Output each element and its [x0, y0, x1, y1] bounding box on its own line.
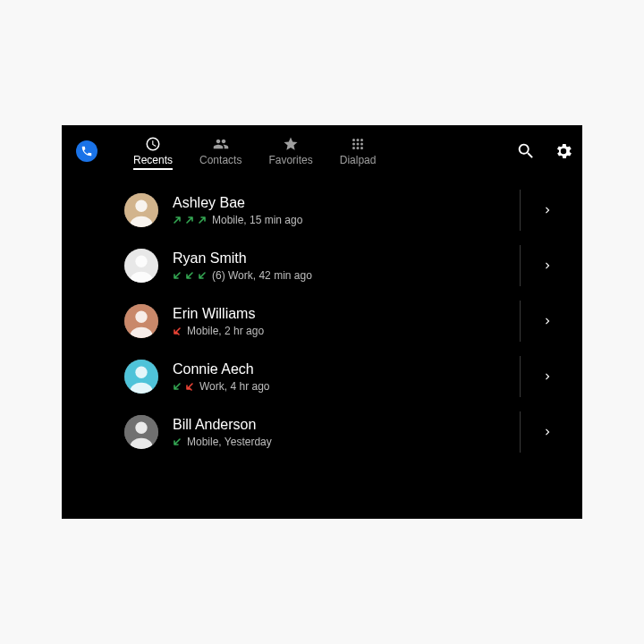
chevron-right-icon: [541, 204, 554, 216]
contact-name: Bill Anderson: [173, 417, 520, 433]
call-detail: Mobile, Yesterday: [187, 436, 272, 448]
call-row[interactable]: Ryan Smith(6) Work, 42 min ago: [124, 238, 582, 293]
outgoing-call-icon: [198, 216, 207, 225]
tab-label: Favorites: [268, 154, 312, 166]
tab-contacts[interactable]: Contacts: [199, 136, 242, 166]
tab-recents[interactable]: Recents: [133, 136, 173, 170]
incoming-call-icon: [173, 437, 182, 446]
outgoing-call-icon: [185, 216, 194, 225]
call-detail-button[interactable]: [520, 301, 573, 342]
avatar: [124, 360, 158, 394]
svg-point-5: [360, 143, 363, 146]
call-detail: (6) Work, 42 min ago: [212, 269, 312, 282]
tab-favorites[interactable]: Favorites: [268, 136, 312, 166]
contact-name: Erin Williams: [173, 306, 520, 322]
outgoing-call-icon: [173, 216, 182, 225]
call-detail-button[interactable]: [520, 411, 573, 453]
tab-label: Contacts: [199, 154, 242, 166]
top-bar: Recents Contacts Favorites Dialpad: [62, 125, 582, 177]
incoming-call-icon: [173, 271, 182, 280]
call-row[interactable]: Bill AndersonMobile, Yesterday: [124, 404, 582, 460]
call-info: Ashley BaeMobile, 15 min ago: [173, 195, 520, 226]
svg-point-14: [135, 311, 147, 323]
incoming-call-icon: [198, 271, 207, 280]
star-icon: [283, 136, 299, 152]
tab-label: Recents: [133, 154, 173, 166]
tabs: Recents Contacts Favorites Dialpad: [133, 136, 376, 166]
search-icon: [516, 141, 536, 161]
call-meta: Mobile, 2 hr ago: [173, 325, 520, 337]
clock-icon: [145, 136, 161, 152]
svg-point-7: [357, 147, 360, 149]
phone-app-icon: [76, 140, 97, 162]
svg-point-12: [135, 256, 147, 267]
call-info: Ryan Smith(6) Work, 42 min ago: [173, 250, 520, 282]
call-meta: Mobile, Yesterday: [173, 436, 520, 448]
call-detail-button[interactable]: [520, 190, 573, 231]
chevron-right-icon: [541, 259, 554, 272]
svg-point-3: [352, 143, 355, 146]
chevron-right-icon: [541, 315, 554, 327]
contact-name: Connie Aech: [173, 361, 520, 377]
search-button[interactable]: [516, 141, 536, 161]
call-detail: Work, 4 hr ago: [199, 380, 269, 393]
svg-point-1: [357, 139, 360, 141]
call-detail: Mobile, 15 min ago: [212, 214, 302, 226]
contact-name: Ashley Bae: [173, 195, 520, 211]
call-detail-button[interactable]: [520, 245, 573, 286]
gear-icon: [554, 141, 573, 161]
svg-point-6: [352, 147, 355, 149]
svg-point-18: [135, 422, 147, 434]
call-info: Erin WilliamsMobile, 2 hr ago: [173, 306, 520, 337]
people-icon: [213, 136, 229, 152]
call-row[interactable]: Ashley BaeMobile, 15 min ago: [124, 182, 582, 238]
svg-point-2: [360, 139, 363, 141]
call-row[interactable]: Erin WilliamsMobile, 2 hr ago: [124, 293, 582, 349]
missed-call-icon: [173, 326, 182, 335]
chevron-right-icon: [541, 426, 554, 438]
contact-name: Ryan Smith: [173, 250, 520, 267]
svg-point-0: [352, 139, 355, 141]
call-info: Bill AndersonMobile, Yesterday: [173, 417, 520, 448]
tab-label: Dialpad: [340, 154, 377, 166]
call-detail: Mobile, 2 hr ago: [187, 325, 264, 337]
chevron-right-icon: [541, 370, 554, 383]
dialpad-icon: [350, 136, 366, 152]
recents-list: Ashley BaeMobile, 15 min agoRyan Smith(6…: [62, 177, 582, 460]
incoming-call-icon: [173, 382, 182, 391]
avatar: [124, 304, 158, 338]
settings-button[interactable]: [554, 141, 573, 161]
call-info: Connie AechWork, 4 hr ago: [173, 361, 520, 393]
svg-point-8: [360, 147, 363, 149]
incoming-call-icon: [185, 271, 194, 280]
call-meta: Work, 4 hr ago: [173, 380, 520, 393]
svg-point-10: [135, 200, 147, 212]
tab-dialpad[interactable]: Dialpad: [340, 136, 377, 166]
avatar: [124, 249, 158, 283]
avatar: [124, 193, 158, 227]
phone-app-frame: Recents Contacts Favorites Dialpad: [62, 125, 582, 519]
missed-call-icon: [185, 382, 194, 391]
svg-point-4: [357, 143, 360, 146]
avatar: [124, 415, 158, 449]
call-meta: Mobile, 15 min ago: [173, 214, 520, 226]
call-meta: (6) Work, 42 min ago: [173, 269, 520, 282]
call-row[interactable]: Connie AechWork, 4 hr ago: [124, 349, 582, 404]
svg-point-16: [135, 367, 147, 378]
call-detail-button[interactable]: [520, 356, 573, 397]
